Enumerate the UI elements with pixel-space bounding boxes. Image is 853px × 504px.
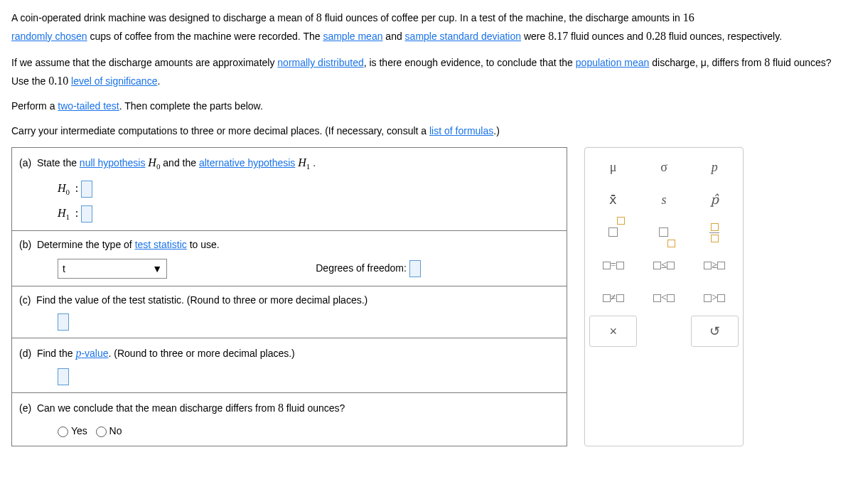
colon: :: [75, 207, 78, 219]
text: .: [313, 157, 316, 168]
text: Find the value of the test statistic. (R…: [36, 294, 368, 306]
link-null-hypothesis[interactable]: null hypothesis: [80, 157, 146, 168]
value-mean: 8: [278, 402, 284, 414]
close-icon: ×: [609, 321, 617, 342]
text: If we assume that the discharge amounts …: [11, 57, 277, 68]
part-a: (a) State the null hypothesis H0 and the…: [12, 148, 567, 231]
text: . (Round to three or more decimal places…: [109, 348, 295, 359]
part-label: (c): [19, 294, 31, 306]
palette-ne[interactable]: ≠: [589, 283, 637, 313]
text: Determine the type of: [37, 239, 135, 250]
part-label: (d): [19, 348, 31, 359]
colon: :: [75, 182, 78, 194]
reset-icon: ↺: [709, 321, 720, 342]
part-label: (a): [19, 157, 31, 168]
palette-le[interactable]: ≤: [640, 250, 687, 280]
link-test-statistic[interactable]: test statistic: [135, 239, 187, 250]
value-sample-sd: 0.28: [646, 30, 666, 42]
part-c: (c) Find the value of the test statistic…: [12, 286, 567, 339]
palette-lt[interactable]: <: [640, 283, 687, 313]
link-level-of-significance[interactable]: level of significance: [71, 75, 157, 87]
text: and the: [163, 157, 199, 168]
part-d: (d) Find the p-value. (Round to three or…: [12, 338, 567, 393]
palette-equals[interactable]: =: [589, 250, 637, 280]
h1-input[interactable]: [81, 205, 92, 222]
text: .): [493, 125, 500, 136]
subscript-0: 0: [66, 187, 70, 195]
pvalue-input[interactable]: [58, 368, 69, 385]
link-alternative-hypothesis[interactable]: alternative hypothesis: [199, 157, 295, 168]
part-label: (e): [19, 402, 31, 414]
link-sample-sd[interactable]: sample standard deviation: [405, 31, 521, 42]
problem-paragraph-2: If we assume that the discharge amounts …: [11, 53, 842, 90]
radio-yes[interactable]: [58, 427, 68, 437]
part-e: (e) Can we conclude that the mean discha…: [12, 393, 567, 446]
text: to use.: [187, 239, 220, 250]
select-value: t: [63, 261, 65, 277]
label-no: No: [109, 425, 122, 436]
text: A coin-operated drink machine was design…: [11, 12, 316, 23]
palette-xbar[interactable]: x̄: [589, 185, 637, 215]
link-randomly-chosen[interactable]: randomly chosen: [11, 31, 87, 42]
text: Find the: [37, 348, 75, 359]
text: .: [157, 75, 160, 87]
df-label: Degrees of freedom:: [316, 262, 407, 274]
palette-clear[interactable]: ×: [589, 316, 637, 347]
problem-paragraph-3: Perform a two-tailed test. Then complete…: [11, 98, 842, 114]
test-stat-input[interactable]: [58, 313, 69, 331]
part-b: (b) Determine the type of test statistic…: [12, 231, 567, 286]
text: State the: [37, 157, 80, 168]
text: fluid ounces and: [568, 31, 646, 42]
text: discharge, μ, differs from: [649, 57, 764, 68]
link-population-mean[interactable]: population mean: [576, 57, 650, 68]
palette-mu[interactable]: μ: [589, 152, 637, 182]
value-design-mean: 8: [316, 11, 322, 23]
value-sample-mean: 8.17: [548, 30, 568, 42]
subscript-0: 0: [156, 162, 161, 171]
value-alpha: 0.10: [48, 75, 68, 87]
text: , is there enough evidence, to conclude …: [364, 57, 576, 68]
text: . Then complete the parts below.: [119, 100, 263, 112]
palette-gt[interactable]: >: [691, 283, 739, 313]
symbol-palette: μ σ p x̄ s p̂ = ≤ ≥ ≠ < > × ↺: [584, 147, 744, 446]
value-sample-size: 16: [683, 11, 694, 23]
palette-fraction[interactable]: [691, 218, 739, 247]
questions-panel: (a) State the null hypothesis H0 and the…: [11, 147, 567, 446]
palette-sigma[interactable]: σ: [640, 152, 687, 182]
text: Can we conclude that the mean discharge …: [37, 402, 278, 414]
link-p-value[interactable]: p-value: [75, 348, 108, 359]
text: cups of coffee from the machine were rec…: [87, 31, 323, 42]
palette-reset[interactable]: ↺: [691, 316, 739, 347]
palette-ge[interactable]: ≥: [691, 250, 739, 280]
link-sample-mean[interactable]: sample mean: [323, 31, 382, 42]
symbol-h: H: [58, 207, 66, 219]
text: fluid ounces?: [284, 402, 345, 414]
symbol-h: H: [298, 156, 306, 168]
palette-subscript[interactable]: [640, 218, 687, 247]
h0-input[interactable]: [81, 181, 92, 198]
text: fluid ounces of coffee per cup. In a tes…: [322, 12, 683, 23]
link-list-of-formulas[interactable]: list of formulas: [429, 125, 493, 136]
palette-phat[interactable]: p̂: [691, 185, 739, 215]
problem-paragraph-4: Carry your intermediate computations to …: [11, 123, 842, 139]
text: Perform a: [11, 100, 58, 112]
h1-input-row: H1 :: [58, 204, 559, 223]
palette-p[interactable]: p: [691, 152, 739, 182]
label-yes: Yes: [71, 425, 87, 436]
link-two-tailed-test[interactable]: two-tailed test: [58, 100, 119, 112]
link-normally-distributed[interactable]: normally distributed: [277, 57, 363, 68]
palette-exponent[interactable]: [589, 218, 637, 247]
symbol-h: H: [148, 156, 156, 168]
palette-s[interactable]: s: [640, 185, 687, 215]
part-label: (b): [19, 239, 31, 250]
test-statistic-select[interactable]: t ▼: [58, 259, 167, 279]
h0-input-row: H0 :: [58, 179, 559, 198]
text: fluid ounces, respectively.: [666, 31, 782, 42]
text: Carry your intermediate computations to …: [11, 125, 429, 136]
df-input[interactable]: [409, 260, 421, 277]
problem-paragraph-1: A coin-operated drink machine was design…: [11, 9, 842, 45]
symbol-h: H: [58, 182, 66, 194]
chevron-down-icon: ▼: [152, 261, 162, 277]
subscript-1: 1: [306, 162, 311, 171]
radio-no[interactable]: [96, 427, 107, 437]
